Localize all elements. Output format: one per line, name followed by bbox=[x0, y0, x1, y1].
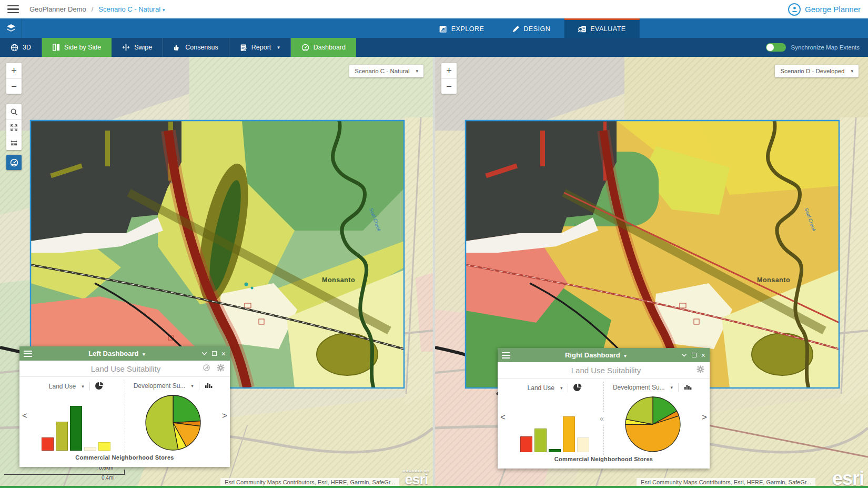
report-button[interactable]: Report ▾ bbox=[229, 38, 291, 57]
development-suitability-chart-card: Development Su... ▾ bbox=[125, 379, 222, 454]
tab-label: EXPLORE bbox=[451, 25, 485, 33]
collapse-button[interactable] bbox=[201, 352, 207, 355]
hamburger-menu-icon[interactable] bbox=[7, 5, 19, 14]
widget-title: Land Use Suitability bbox=[25, 364, 203, 373]
tab-label: EVALUATE bbox=[590, 25, 625, 33]
previous-chart-chevron[interactable]: < bbox=[22, 411, 27, 421]
primary-nav-bar: EXPLORE DESIGN EVALUATE bbox=[0, 18, 868, 38]
dashboard-title-dropdown[interactable]: Left Dashboard ▾ bbox=[32, 350, 201, 357]
chevron-down-icon: ▾ bbox=[277, 45, 280, 50]
user-avatar[interactable] bbox=[788, 3, 801, 16]
left-dashboard-toggle-button[interactable] bbox=[6, 155, 22, 170]
measure-button[interactable] bbox=[6, 135, 22, 150]
chevron-down-icon bbox=[681, 353, 687, 357]
pie-chart-icon[interactable] bbox=[573, 383, 582, 393]
chevron-down-icon: ▾ bbox=[671, 385, 673, 390]
close-button[interactable]: × bbox=[221, 350, 226, 357]
right-scenario-selector[interactable]: Scenario D - Developed▾ bbox=[775, 65, 859, 77]
left-dashboard-header[interactable]: Left Dashboard ▾ × bbox=[19, 346, 230, 361]
collapse-charts-chevron[interactable]: « bbox=[599, 412, 604, 425]
left-scenario-selector[interactable]: Scenario C - Natural▾ bbox=[349, 65, 423, 77]
tab-evaluate[interactable]: EVALUATE bbox=[564, 18, 639, 38]
maximize-button[interactable] bbox=[212, 351, 217, 356]
evaluate-magnifier-icon bbox=[578, 25, 586, 33]
land-use-bar-chart[interactable] bbox=[42, 398, 110, 451]
development-suitability-pie-chart[interactable] bbox=[144, 393, 203, 454]
tab-design[interactable]: DESIGN bbox=[498, 18, 564, 38]
3d-button[interactable]: 3D bbox=[0, 38, 42, 57]
search-button[interactable] bbox=[6, 104, 22, 119]
scale-bar: 0.6km 0.4mi bbox=[4, 465, 125, 481]
next-chart-chevron[interactable]: > bbox=[222, 411, 227, 421]
person-icon bbox=[791, 6, 798, 13]
breadcrumb-scenario-dropdown[interactable]: Scenario C - Natural▾ bbox=[98, 5, 165, 13]
esri-watermark: POWERED BYesri bbox=[403, 470, 430, 487]
bar-chart-icon[interactable] bbox=[684, 383, 692, 392]
dashboard-gauge-icon bbox=[10, 158, 18, 167]
breadcrumb-separator: / bbox=[92, 5, 94, 13]
swipe-arrows-icon bbox=[122, 44, 130, 51]
right-dashboard-header[interactable]: Right Dashboard ▾ × bbox=[498, 348, 710, 362]
chart-type-selector[interactable]: Development Su... bbox=[613, 384, 665, 391]
pie-chart-icon[interactable] bbox=[95, 382, 104, 392]
chevron-down-icon: ▾ bbox=[416, 68, 418, 74]
chart-type-selector[interactable]: Development Su... bbox=[134, 382, 186, 390]
dashboard-menu-icon[interactable] bbox=[502, 352, 510, 358]
side-by-side-button[interactable]: Side by Side bbox=[42, 38, 112, 57]
zoom-in-button[interactable]: + bbox=[441, 63, 457, 78]
land-use-chart-card: Land Use ▾ bbox=[28, 379, 125, 454]
left-map-pane: Monsanto Seal Creek + − Scenario C - Nat… bbox=[0, 57, 433, 488]
dashboard-button[interactable]: Dashboard bbox=[291, 38, 356, 57]
consensus-button[interactable]: Consensus bbox=[163, 38, 229, 57]
synchronize-toggle-label: Synchronize Map Extents bbox=[791, 44, 860, 51]
collapse-button[interactable] bbox=[681, 353, 687, 357]
tool-label: Consensus bbox=[185, 44, 218, 51]
layers-button[interactable] bbox=[0, 18, 22, 38]
bottom-panel-edge[interactable] bbox=[0, 486, 868, 488]
development-suitability-pie-chart[interactable] bbox=[623, 395, 682, 456]
land-use-chart-card: Land Use ▾ bbox=[506, 381, 603, 456]
zoom-out-button[interactable]: − bbox=[6, 78, 22, 94]
dashboard-menu-icon[interactable] bbox=[24, 351, 32, 357]
left-dashboard-panel: Left Dashboard ▾ × Land Use Suitability … bbox=[19, 346, 230, 467]
extent-button[interactable] bbox=[6, 119, 22, 135]
map-label-place: Monsanto bbox=[757, 276, 790, 284]
maximize-icon bbox=[212, 351, 217, 356]
synchronize-map-extents-toggle[interactable] bbox=[766, 43, 786, 52]
bar-chart-icon[interactable] bbox=[205, 381, 213, 390]
next-chart-chevron[interactable]: > bbox=[702, 412, 707, 423]
scale-mi-label: 0.4mi bbox=[102, 475, 125, 481]
settings-gear-icon[interactable] bbox=[217, 364, 225, 374]
close-button[interactable]: × bbox=[701, 352, 705, 359]
right-zoom-control: + − bbox=[441, 63, 457, 94]
visibility-off-icon[interactable] bbox=[203, 364, 210, 374]
right-map-pane: Monsanto Seal Creek + − Scenario D - Dev… bbox=[435, 57, 868, 488]
chart-type-selector[interactable]: Land Use bbox=[49, 383, 76, 390]
chevron-down-icon: ▾ bbox=[851, 68, 853, 74]
dashboard-title-dropdown[interactable]: Right Dashboard ▾ bbox=[510, 351, 681, 359]
left-zoom-control: + − bbox=[6, 63, 22, 94]
chevron-down-icon: ▾ bbox=[624, 353, 627, 358]
settings-gear-icon[interactable] bbox=[697, 365, 704, 375]
consensus-icon bbox=[174, 44, 181, 51]
previous-chart-chevron[interactable]: < bbox=[500, 412, 506, 423]
chevron-down-icon: ▾ bbox=[143, 352, 145, 357]
maximize-icon bbox=[692, 353, 697, 357]
swipe-button[interactable]: Swipe bbox=[112, 38, 163, 57]
dashboard-gauge-icon bbox=[301, 44, 309, 52]
map-label-place: Monsanto bbox=[322, 276, 355, 284]
layers-icon bbox=[6, 24, 16, 33]
zoom-out-button[interactable]: − bbox=[441, 78, 457, 94]
tab-explore[interactable]: EXPLORE bbox=[426, 18, 498, 38]
zoom-in-button[interactable]: + bbox=[6, 63, 22, 78]
user-name[interactable]: George Planner bbox=[805, 5, 861, 14]
chart-type-selector[interactable]: Land Use bbox=[528, 384, 554, 392]
side-by-side-icon bbox=[53, 44, 60, 51]
widget-title: Land Use Suitability bbox=[503, 366, 697, 375]
maximize-button[interactable] bbox=[692, 353, 697, 357]
land-use-bar-chart[interactable] bbox=[520, 400, 589, 452]
globe-icon bbox=[11, 44, 18, 52]
right-dashboard-panel: Right Dashboard ▾ × Land Use Suitability… bbox=[498, 348, 710, 469]
tab-label: DESIGN bbox=[523, 25, 550, 33]
left-map-tools bbox=[6, 104, 22, 150]
